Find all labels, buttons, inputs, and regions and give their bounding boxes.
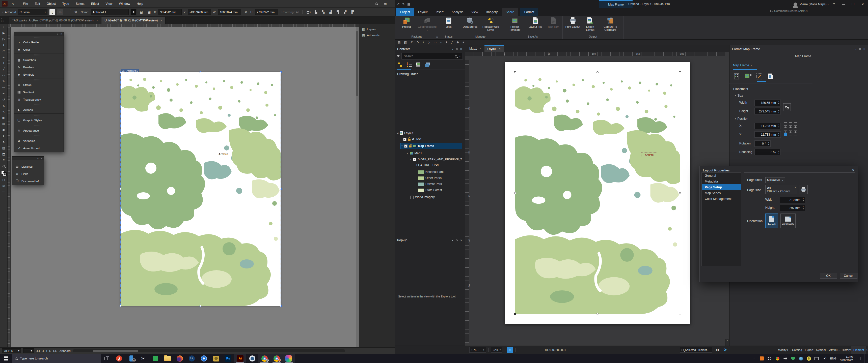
landscape-button[interactable]: Landscape: [780, 213, 796, 228]
tab-imagery[interactable]: Imagery: [482, 8, 502, 15]
gradient-tool-icon[interactable]: ▥: [1, 122, 6, 126]
map-artwork[interactable]: [515, 72, 680, 314]
checkbox-unchecked[interactable]: [410, 196, 413, 199]
selection-handle[interactable]: [199, 305, 202, 307]
pin-icon[interactable]: [456, 48, 458, 50]
symbol-sprayer-tool-icon[interactable]: ♣: [1, 140, 6, 144]
view-tab-map1[interactable]: Map1✕: [467, 45, 484, 52]
align-left-icon[interactable]: ▙: [313, 10, 319, 14]
rotate-tool-icon[interactable]: ↺: [1, 97, 6, 102]
filter-icon[interactable]: [397, 55, 400, 57]
chrome-tray-icon[interactable]: [775, 357, 780, 361]
options-tab-icon[interactable]: [734, 73, 741, 80]
selection-handle[interactable]: [120, 71, 121, 73]
new-layout-icon[interactable]: ▦: [398, 41, 400, 44]
taskbar-search-input[interactable]: Type here to search: [12, 354, 101, 363]
collapse-panel-icon[interactable]: »: [57, 33, 58, 35]
rectangle-icon[interactable]: ▭: [434, 41, 436, 44]
checkbox-checked[interactable]: ✓: [404, 144, 407, 148]
selection-handle[interactable]: [280, 188, 282, 190]
file-explorer-app-icon[interactable]: [161, 354, 174, 363]
checkbox-checked[interactable]: ✓: [413, 158, 416, 161]
creative-cloud-app-icon[interactable]: [283, 354, 295, 363]
pen-tool-icon[interactable]: ✒: [1, 55, 6, 60]
unlock-icon[interactable]: [409, 145, 411, 147]
nav-metadata[interactable]: Metadata: [702, 178, 741, 184]
anchor-handle[interactable]: [514, 313, 516, 315]
selection-handle[interactable]: [120, 188, 121, 190]
panel-item-brushes[interactable]: ✎Brushes: [14, 64, 64, 71]
prev-artboard-icon[interactable]: ◀: [42, 350, 44, 352]
align-top-icon[interactable]: ▜: [335, 10, 341, 14]
drag-grip-icon[interactable]: [12, 160, 44, 163]
align-vcenter-icon[interactable]: ▞: [342, 10, 348, 14]
toolbar-collapse-icon[interactable]: »: [1, 25, 6, 29]
rotation-input[interactable]: 0 °▲▼: [754, 140, 771, 147]
portrait-button-selected[interactable]: Portrait: [765, 213, 778, 228]
draw-mode-icon[interactable]: ◻: [1, 177, 6, 182]
redo-icon[interactable]: ↷: [416, 41, 419, 44]
next-artboard-icon[interactable]: ▶: [50, 350, 52, 352]
menu-effect[interactable]: Effect: [88, 0, 102, 7]
line-icon[interactable]: ╱: [451, 41, 453, 44]
panel-item-color[interactable]: ◉Color: [14, 46, 64, 53]
drag-grip-icon[interactable]: [14, 103, 64, 106]
landscape-orientation-button[interactable]: ▭: [57, 9, 63, 15]
home-icon[interactable]: ⌂: [11, 1, 14, 6]
pause-drawing-icon[interactable]: ▮▮: [716, 348, 720, 352]
toolbar-more-icon[interactable]: ⋯: [1, 190, 6, 194]
data-stores-button[interactable]: Data Stores: [460, 17, 480, 28]
artboard-name-input[interactable]: Artboard 1: [91, 9, 129, 15]
blend-tool-icon[interactable]: ◐: [1, 134, 6, 138]
page-height-input[interactable]: 297 mm▲▼: [780, 205, 805, 211]
position-y-input[interactable]: 11.733 mm▲▼: [754, 131, 781, 138]
replace-web-layer-button[interactable]: Replace Web Layer: [481, 17, 501, 32]
artboard-nav-select[interactable]: ▾: [23, 349, 34, 353]
display-tray-icon[interactable]: [814, 357, 819, 361]
list-by-gallery-icon[interactable]: [424, 62, 432, 68]
project-package-button[interactable]: Project: [397, 17, 416, 28]
tree-item-layout[interactable]: ◢Layout: [397, 130, 413, 136]
legend-item-private-park[interactable]: Private Park: [418, 181, 442, 187]
menu-type[interactable]: Type: [59, 0, 72, 7]
frame-height-input[interactable]: 273.545 mm▲▼: [754, 108, 781, 114]
panel-item-actions[interactable]: ▶Actions: [14, 106, 64, 113]
panel-menu-icon[interactable]: ▾: [452, 239, 454, 242]
close-panel-icon[interactable]: ✕: [460, 239, 462, 242]
arcgis-tray-icon[interactable]: [760, 357, 764, 361]
selection-handle[interactable]: [280, 71, 282, 73]
globe-search-app-icon[interactable]: [186, 354, 198, 363]
panel-item-symbols[interactable]: ♣Symbols: [14, 71, 64, 78]
document-tab-active[interactable]: Untitled-3* @ 78.71 % (CMYK/Preview) ✕: [101, 16, 165, 24]
panel-item-variables[interactable]: ⚙Variables: [14, 137, 64, 144]
menu-file[interactable]: File: [20, 0, 31, 7]
y-value-input[interactable]: -136.9486 mm: [188, 9, 211, 15]
circle-icon[interactable]: ○: [440, 41, 442, 44]
chrome-profile1-app-icon[interactable]: [258, 354, 271, 363]
map-scale-select[interactable]: 1:750,000▾: [469, 347, 486, 353]
currency-tray-icon[interactable]: S: [807, 357, 811, 361]
panel-item-asset-export[interactable]: ↗Asset Export: [14, 144, 64, 152]
map-artwork[interactable]: [121, 72, 281, 306]
redo-icon[interactable]: ↷: [402, 2, 405, 6]
stroke-swatch[interactable]: [3, 173, 6, 176]
menu-window[interactable]: Window: [116, 0, 133, 7]
pin-icon[interactable]: [859, 48, 861, 50]
print-layout-button[interactable]: Print Layout: [565, 17, 581, 28]
pencil-tool-icon[interactable]: ✏: [1, 85, 6, 90]
photoshop-app-icon[interactable]: Ps: [222, 354, 234, 363]
selection-handle[interactable]: [514, 192, 516, 194]
refresh-icon[interactable]: ⟳: [724, 348, 727, 352]
size-section-header[interactable]: ▾Size: [735, 94, 743, 97]
anchor-bottom-center[interactable]: [789, 133, 792, 136]
eyedropper-tool-icon[interactable]: ◉: [1, 128, 6, 132]
close-button[interactable]: ✕: [859, 0, 867, 8]
navigate-icon[interactable]: ≡: [463, 41, 464, 44]
close-tab-icon[interactable]: ✕: [96, 19, 98, 22]
selection-tool-icon[interactable]: ▶: [1, 31, 6, 35]
width-tool-icon[interactable]: ∿: [1, 109, 6, 114]
select-icon[interactable]: ▷: [428, 41, 430, 44]
first-artboard-icon[interactable]: ◀◀: [36, 350, 40, 352]
close-panel-icon[interactable]: ✕: [460, 47, 462, 51]
volume-icon[interactable]: ): [822, 357, 827, 361]
